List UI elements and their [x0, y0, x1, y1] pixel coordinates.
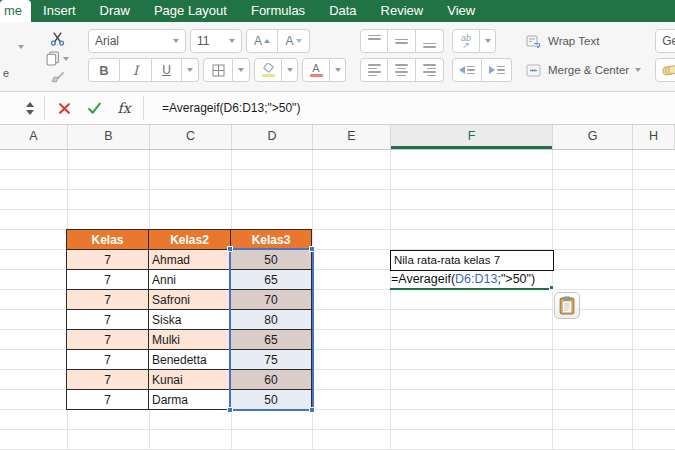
paste-options-button[interactable] [554, 292, 580, 319]
align-middle-button[interactable] [388, 29, 416, 53]
cell[interactable]: 80 [231, 310, 312, 330]
cell[interactable]: Safroni [149, 290, 231, 310]
tab-formulas[interactable]: Formulas [239, 0, 317, 22]
table-header-kelas3[interactable]: Kelas3 [231, 230, 312, 250]
cell[interactable]: 50 [231, 390, 312, 410]
borders-button[interactable] [203, 58, 233, 82]
accounting-format-button[interactable] [655, 58, 675, 82]
decrease-font-size-button[interactable]: A [278, 29, 310, 53]
tab-view[interactable]: View [435, 0, 487, 22]
font-color-dropdown[interactable] [330, 58, 346, 82]
selection-handle[interactable] [309, 246, 315, 252]
column-header-e[interactable]: E [313, 125, 391, 149]
fill-handle[interactable] [549, 285, 554, 290]
paste-button-fragment[interactable]: e [2, 29, 32, 89]
column-header-a[interactable]: A [0, 125, 68, 149]
cell[interactable]: Kunai [149, 370, 231, 390]
cancel-button[interactable] [53, 102, 75, 115]
sheet-grid[interactable]: KelasKelas2Kelas37Ahmad507Anni657Safroni… [0, 150, 675, 450]
orientation-button[interactable]: ab ↗ [452, 29, 480, 53]
ribbon: e [0, 22, 675, 92]
column-header-d[interactable]: D [232, 125, 313, 149]
copy-button[interactable] [46, 50, 69, 67]
table-row: 7Anni65 [67, 270, 312, 290]
borders-dropdown[interactable] [233, 58, 250, 82]
tab-review[interactable]: Review [369, 0, 436, 22]
cell[interactable]: Mulki [149, 330, 231, 350]
merge-center-button[interactable]: Merge & Center [526, 60, 641, 80]
cell[interactable]: Ahmad [149, 250, 231, 270]
cell[interactable]: Anni [149, 270, 231, 290]
cell[interactable]: Siska [149, 310, 231, 330]
font-color-icon: A [312, 63, 319, 73]
column-header-g[interactable]: G [553, 125, 633, 149]
cell-f6-label[interactable]: Nila rata-rata kelas 7 [390, 250, 554, 271]
decrease-font-icon [296, 39, 302, 43]
align-right-button[interactable] [416, 58, 444, 82]
number-format-select[interactable]: General [655, 29, 675, 53]
formula-bar-input[interactable]: =Averageif(D6:D13;">50") [162, 101, 300, 115]
tab-draw[interactable]: Draw [88, 0, 142, 22]
align-left-button[interactable] [360, 58, 388, 82]
underline-dropdown[interactable] [182, 58, 199, 82]
align-bottom-button[interactable] [416, 29, 444, 53]
cell[interactable]: 7 [67, 370, 149, 390]
cell[interactable]: 65 [231, 330, 312, 350]
bold-button[interactable]: B [88, 58, 120, 82]
cell[interactable]: 7 [67, 250, 149, 270]
font-color-button[interactable]: A [302, 58, 330, 82]
orientation-dropdown[interactable] [480, 29, 496, 53]
tab-page-layout[interactable]: Page Layout [142, 0, 239, 22]
decrease-indent-icon [459, 66, 465, 74]
cell[interactable]: Darma [149, 390, 231, 410]
cut-button[interactable] [50, 30, 65, 47]
increase-font-size-button[interactable]: A [246, 29, 278, 53]
font-name-select[interactable]: Arial [88, 29, 186, 53]
cell[interactable]: 7 [67, 310, 149, 330]
enter-button[interactable] [83, 102, 105, 115]
cell[interactable]: Benedetta [149, 350, 231, 370]
italic-button[interactable]: I [120, 58, 152, 82]
increase-indent-icon [489, 66, 495, 74]
selection-handle[interactable] [227, 407, 233, 413]
column-header-b[interactable]: B [68, 125, 150, 149]
cell-f7-formula[interactable]: =Averageif(D6:D13;">50") [391, 272, 535, 286]
selection-handle[interactable] [227, 246, 233, 252]
tab-me[interactable]: me [0, 0, 31, 22]
name-box-stepper[interactable] [24, 102, 36, 115]
fill-color-dropdown[interactable] [282, 58, 298, 82]
format-painter-button[interactable] [50, 70, 65, 87]
borders-icon [212, 64, 225, 77]
tab-insert[interactable]: Insert [31, 0, 88, 22]
copy-dropdown-caret-icon[interactable] [63, 57, 69, 61]
cell[interactable]: 75 [231, 350, 312, 370]
tab-data[interactable]: Data [317, 0, 368, 22]
insert-function-button[interactable]: fx [113, 100, 135, 116]
table-header-kelas[interactable]: Kelas [67, 230, 149, 250]
cell[interactable]: 7 [67, 270, 149, 290]
cell[interactable]: 7 [67, 290, 149, 310]
selection-handle[interactable] [309, 407, 315, 413]
cell[interactable]: 7 [67, 330, 149, 350]
fill-color-icon [262, 63, 275, 73]
wrap-text-button[interactable]: Wrap Text [526, 31, 641, 51]
font-name-value: Arial [95, 34, 119, 48]
column-header-h[interactable]: H [633, 125, 675, 149]
cell[interactable]: 70 [231, 290, 312, 310]
column-header-c[interactable]: C [150, 125, 232, 149]
underline-button[interactable]: U [152, 58, 182, 82]
align-center-button[interactable] [388, 58, 416, 82]
decrease-indent-button[interactable] [452, 58, 482, 82]
increase-indent-button[interactable] [482, 58, 512, 82]
column-header-f[interactable]: F [391, 125, 553, 149]
paste-dropdown-caret-icon[interactable] [18, 45, 24, 49]
align-top-button[interactable] [360, 29, 388, 53]
cell[interactable]: 50 [231, 250, 312, 270]
table-header-kelas2[interactable]: Kelas2 [149, 230, 231, 250]
cell[interactable]: 7 [67, 350, 149, 370]
font-size-select[interactable]: 11 [190, 29, 242, 53]
cell[interactable]: 65 [231, 270, 312, 290]
cell[interactable]: 60 [231, 370, 312, 390]
cell[interactable]: 7 [67, 390, 149, 410]
fill-color-button[interactable] [254, 58, 282, 82]
